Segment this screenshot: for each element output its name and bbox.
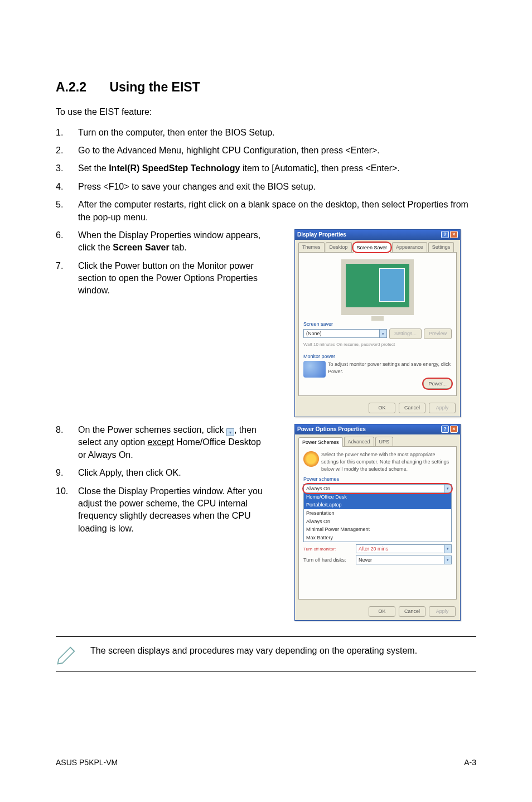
- option-min-power[interactable]: Minimal Power Management: [304, 525, 451, 534]
- preview-button[interactable]: Preview: [424, 328, 452, 339]
- turnoff-hd-row: Turn off hard disks: Never ▾: [303, 555, 452, 564]
- tab-appearance[interactable]: Appearance: [392, 242, 427, 252]
- option-home-office[interactable]: Home/Office Desk: [304, 493, 451, 501]
- step-pre: On the Power schemes section, click: [78, 425, 226, 434]
- apply-button[interactable]: Apply: [429, 403, 456, 413]
- display-properties-dialog: Display Properties ? × Themes Desktop Sc…: [294, 229, 461, 417]
- step-text: After the computer restarts, right click…: [78, 199, 476, 224]
- step-num: 3.: [56, 162, 78, 175]
- chevron-down-icon: ▾: [444, 545, 451, 553]
- desc-row: Select the power scheme with the most ap…: [303, 451, 452, 472]
- wait-text: Wait 10 minutes On resume, password prot…: [303, 341, 395, 347]
- dialog-tabs: Themes Desktop Screen Saver Appearance S…: [295, 240, 460, 252]
- power-scheme-dropdown[interactable]: Home/Office Desk Portable/Laptop Present…: [303, 492, 452, 543]
- step-pre: Set the: [78, 163, 109, 173]
- dialog-title: Display Properties: [297, 231, 346, 239]
- cancel-button[interactable]: Cancel: [399, 606, 425, 617]
- monitor-power-icon: [303, 361, 326, 378]
- apply-button[interactable]: Apply: [429, 606, 456, 617]
- intro-text: To use the EIST feature:: [56, 106, 476, 118]
- turnoff-hd-select[interactable]: Never ▾: [356, 555, 452, 564]
- step-bold: Intel(R) SpeedStep Technology: [109, 163, 240, 173]
- help-button[interactable]: ?: [441, 231, 449, 238]
- power-scheme-select[interactable]: Always On ▾: [303, 484, 452, 493]
- dialog-titlebar: Power Options Properties ? ×: [295, 424, 460, 434]
- step-post: tab.: [170, 243, 187, 252]
- tab-screensaver[interactable]: Screen Saver: [353, 243, 391, 253]
- step-post: item to [Automatic], then press <Enter>.: [240, 163, 399, 173]
- step-bold: Screen Saver: [113, 243, 169, 252]
- dialog-title: Power Options Properties: [297, 426, 366, 433]
- step-num: 4.: [56, 181, 78, 193]
- screensaver-row: (None) ▾ Settings... Preview: [303, 328, 452, 339]
- tab-powerschemes[interactable]: Power Schemes: [298, 437, 343, 447]
- settings-button[interactable]: Settings...: [389, 328, 422, 339]
- chevron-down-icon: ▾: [444, 485, 451, 492]
- step-8: 8. On the Power schemes section, click ▾…: [56, 424, 268, 461]
- option-max-battery[interactable]: Max Battery: [304, 534, 451, 542]
- step-num: 5.: [56, 199, 78, 224]
- note-box: The screen displays and procedures may v…: [56, 636, 476, 672]
- step-6: 6. When the Display Properties window ap…: [56, 229, 268, 254]
- option-always-on[interactable]: Always On: [304, 518, 451, 526]
- dialog-body: Select the power scheme with the most ap…: [298, 446, 457, 600]
- power-button[interactable]: Power...: [423, 379, 452, 389]
- cancel-button[interactable]: Cancel: [399, 403, 425, 413]
- dialog-buttons: OK Cancel Apply: [295, 399, 460, 417]
- option-presentation[interactable]: Presentation: [304, 509, 451, 518]
- tab-advanced[interactable]: Advanced: [344, 437, 374, 447]
- tab-ups[interactable]: UPS: [375, 437, 394, 447]
- two-column-block-1: 6. When the Display Properties window ap…: [56, 229, 476, 417]
- power-scheme-value: Always On: [306, 485, 330, 492]
- step-num: 9.: [56, 467, 78, 479]
- step-num: 7.: [56, 260, 78, 297]
- heading-title: Using the EIST: [109, 80, 200, 94]
- monitorpower-text: To adjust monitor power settings and sav…: [328, 361, 452, 375]
- window-buttons: ? ×: [441, 231, 458, 238]
- tab-desktop[interactable]: Desktop: [326, 242, 352, 252]
- dialog-titlebar: Display Properties ? ×: [295, 230, 460, 240]
- step-text: Click the Power button on the Monitor po…: [78, 260, 268, 297]
- step-text: Close the Display Properties window. Aft…: [78, 485, 268, 535]
- screensaver-select[interactable]: (None) ▾: [303, 329, 387, 338]
- help-button[interactable]: ?: [441, 426, 449, 433]
- tab-themes[interactable]: Themes: [298, 242, 325, 252]
- turnoff-mon-row: Turn off monitor: After 20 mins ▾: [303, 544, 452, 553]
- screensaver-label: Screen saver: [303, 321, 452, 328]
- ok-button[interactable]: OK: [369, 606, 395, 617]
- steps-list-3: 8. On the Power schemes section, click ▾…: [56, 424, 268, 535]
- ok-button[interactable]: OK: [369, 403, 395, 413]
- turnoff-hd-value: Never: [359, 557, 372, 564]
- step-9: 9. Click Apply, then click OK.: [56, 467, 268, 479]
- turnoff-hd-label: Turn off hard disks:: [303, 557, 354, 564]
- note-text: The screen displays and procedures may v…: [90, 642, 417, 657]
- section-heading: A.2.2 Using the EIST: [56, 78, 476, 96]
- step-num: 8.: [56, 424, 78, 461]
- monitor-inner-icon: [379, 268, 405, 302]
- monitorpower-label: Monitor power: [303, 353, 452, 360]
- power-scheme-icon: [303, 451, 319, 467]
- turnoff-mon-select[interactable]: After 20 mins ▾: [356, 544, 452, 553]
- chevron-down-icon: ▾: [379, 330, 386, 337]
- option-portable[interactable]: Portable/Laptop: [304, 501, 451, 509]
- steps-list-1: 1. Turn on the computer, then enter the …: [56, 127, 476, 224]
- turnoff-mon-label: Turn off monitor:: [303, 546, 354, 552]
- close-button[interactable]: ×: [450, 231, 458, 238]
- monitor-preview: [341, 259, 414, 315]
- chevron-down-icon: ▾: [444, 556, 451, 564]
- footer-right: A-3: [464, 757, 476, 769]
- page-footer: ASUS P5KPL-VM A-3: [56, 757, 476, 769]
- close-button[interactable]: ×: [450, 426, 458, 433]
- chevron-down-icon: ▾: [226, 428, 234, 436]
- step-text: When the Display Properties window appea…: [78, 229, 268, 254]
- step-10: 10. Close the Display Properties window.…: [56, 485, 268, 535]
- step-5: 5. After the computer restarts, right cl…: [56, 199, 476, 224]
- footer-left: ASUS P5KPL-VM: [56, 757, 118, 769]
- turnoff-mon-value: After 20 mins: [359, 545, 388, 553]
- dialog-body: Screen saver (None) ▾ Settings... Previe…: [298, 252, 457, 397]
- step-text: On the Power schemes section, click ▾, t…: [78, 424, 268, 461]
- step-3: 3. Set the Intel(R) SpeedStep Technology…: [56, 162, 476, 175]
- step-text: Go to the Advanced Menu, highlight CPU C…: [78, 144, 476, 157]
- screensaver-value: (None): [306, 330, 322, 337]
- tab-settings[interactable]: Settings: [428, 242, 454, 252]
